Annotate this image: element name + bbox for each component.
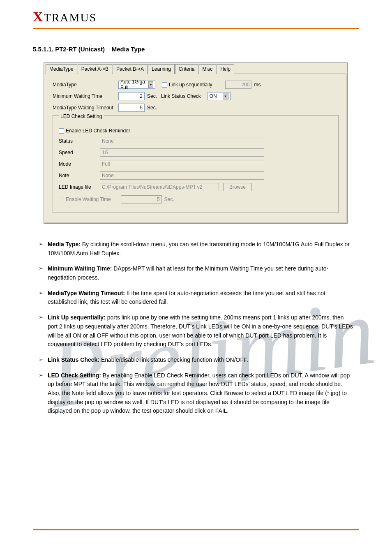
enable-led-reminder-label: Enable LED Check Reminder [66,128,130,134]
enable-waiting-input[interactable]: 5 [121,195,162,204]
enable-waiting-label: Enable Waiting Time [66,197,111,202]
mode-input[interactable]: Full [100,160,264,168]
ledimage-label: LED Image file [59,184,100,190]
enable-led-reminder-checkbox[interactable] [59,128,64,134]
speed-label: Speed [59,150,100,155]
description-list: Media Type: By clicking the scroll-down … [39,240,353,416]
mode-label: Mode [59,161,100,167]
bullet-led-check: LED Check Setting: By enabling Enable LE… [39,371,353,416]
led-check-fieldset: LED Check Setting Enable LED Check Remin… [53,115,339,213]
min-waiting-label: Minimum Waiting Time [53,93,118,99]
link-status-select[interactable]: ON ▼ [208,92,231,100]
bullet-media-type: Media Type: By clicking the scroll-down … [39,240,353,258]
tab-packet-ba[interactable]: Packet B->A [113,64,148,74]
linkup-seq-checkbox[interactable] [162,82,167,88]
note-label: Note [59,173,100,178]
bullet-min-waiting: Minimum Waiting Time: DApps-MPT will hal… [39,264,353,282]
section-title: 5.5.1.1. PT2-RT (Unicast) _ Media Type [33,46,359,53]
min-waiting-input[interactable]: 2 [118,92,145,100]
speed-input[interactable]: 1G [100,148,264,157]
footer-divider [33,529,359,530]
tab-learning[interactable]: Learning [148,64,175,74]
link-status-value: ON [210,93,217,99]
mediatype-panel: MediaType Packet A->B Packet B->A Learni… [44,62,348,224]
browse-button[interactable]: Browse [223,183,252,191]
mediatype-value: Auto 1Giga Full [120,79,148,90]
chevron-down-icon: ▼ [223,93,228,99]
tab-help[interactable]: Help [217,64,234,74]
linkup-seq-value[interactable]: 200 [225,81,251,89]
mediatype-timeout-unit: Sec. [147,105,157,111]
ledimage-input[interactable]: C:\Program Files\NuStreams\\\DApps-MPT v… [100,183,219,191]
tab-mediatype[interactable]: MediaType [46,64,77,74]
linkup-seq-unit: ms [254,82,261,88]
mediatype-timeout-input[interactable]: 5 [118,104,145,112]
enable-waiting-unit: Sec. [164,197,174,202]
mediatype-select[interactable]: Auto 1Giga Full ▼ [118,81,155,89]
mediatype-timeout-label: MediaType Waiting Timeout [53,105,118,111]
tab-packet-ab[interactable]: Packet A->B [78,64,112,74]
bullet-linkup-seq: Link Up sequentially: ports link up one … [39,313,353,349]
enable-waiting-checkbox[interactable] [59,197,64,202]
tab-criteria[interactable]: Criteria [175,64,198,74]
linkup-seq-label: Link up sequentially [169,82,212,88]
tabstrip: MediaType Packet A->B Packet B->A Learni… [45,64,346,74]
led-check-legend: LED Check Setting [59,113,104,119]
logo-rest: TRAMUS [44,11,97,24]
bullet-mediatype-timeout: MediaType Waiting Timeout: If the time s… [39,289,353,307]
bullet-link-status: Link Status Check: Enable/disable link s… [39,356,353,365]
chevron-down-icon: ▼ [148,81,153,88]
logo-x: X [33,9,44,24]
min-waiting-unit: Sec. [147,93,157,99]
mediatype-label: MediaType [53,82,118,88]
status-input[interactable]: None [100,137,264,145]
tab-misc[interactable]: Misc [199,64,217,74]
status-label: Status [59,138,100,144]
link-status-label: Link Status Check [161,93,201,99]
note-input[interactable]: None [100,171,264,180]
